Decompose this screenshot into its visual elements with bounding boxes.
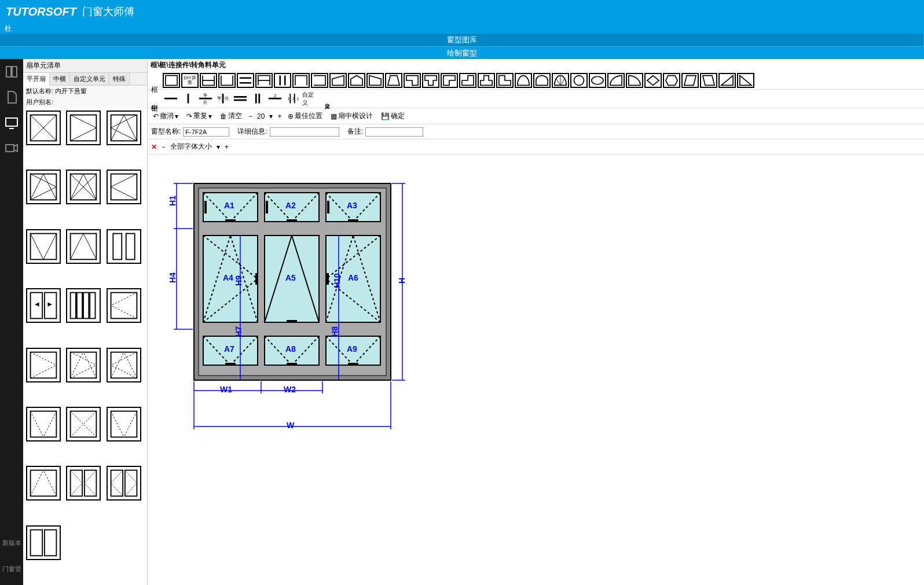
mullion-v-eq[interactable]: 等分 [215,93,231,105]
frame-tri-2[interactable] [737,73,754,88]
remark-input[interactable] [365,127,423,137]
layout-icon[interactable] [5,65,19,79]
mullion-custom-h[interactable]: 自定义 [302,93,318,105]
redo-button[interactable]: ↷ 重复 ▾ [185,111,214,122]
detail-input[interactable] [270,127,339,137]
svg-marker-101 [369,75,381,85]
mullion-v-121[interactable]: 121 [284,93,300,105]
name-input[interactable] [183,127,229,137]
zoom-minus[interactable]: − [248,112,252,120]
tab-library[interactable]: 窗型图库 [0,34,924,46]
shape-top-hung[interactable] [26,229,61,264]
frame-u-left[interactable] [218,73,236,88]
shape-top-dashed-2[interactable] [107,407,141,441]
frame-diamond[interactable] [644,73,662,88]
mullion-h-single[interactable] [163,93,179,105]
video-icon[interactable] [5,141,19,155]
frame-h-lines[interactable] [237,73,254,88]
frame-corner-4[interactable] [496,73,514,88]
frame-tri-1[interactable] [718,73,736,88]
frame-t-shape[interactable] [422,73,439,88]
sidebar-tab-special[interactable]: 特殊 [109,73,130,85]
shape-top-dashed[interactable] [26,407,61,441]
font-minus[interactable]: − [162,143,166,151]
fan-design-button[interactable]: ▦ 扇中横设计 [329,111,375,122]
frame-para-1[interactable] [681,73,699,88]
svg-rect-27 [111,174,137,200]
frame-half-arch-r[interactable] [626,73,643,88]
shape-right-tilt-dashed[interactable] [107,348,141,382]
frame-corner-1[interactable] [404,73,421,88]
frame-corner-3[interactable] [459,73,476,88]
mullion-v-double[interactable] [250,93,266,105]
best-pos-button[interactable]: ⊕ 最佳位置 [286,111,324,122]
svg-marker-115 [666,75,677,85]
svg-marker-99 [332,75,344,85]
mullion-custom-v[interactable]: 自定义 [319,93,335,105]
frame-arch[interactable] [515,73,532,88]
frame-diy[interactable]: DIY异形 [181,73,199,88]
shape-multi-slat[interactable] [66,288,101,323]
frame-circle[interactable] [570,73,588,88]
frame-eye[interactable] [589,73,606,88]
sidebar-tab-mid[interactable]: 中横 [50,73,70,85]
undo-button[interactable]: ↶ 撤消 ▾ [151,111,180,122]
font-dropdown[interactable]: ▾ [217,143,220,151]
shape-right-tilt[interactable] [107,111,141,145]
shape-narrow-pair[interactable] [107,229,141,264]
shape-envelope[interactable] [26,111,61,145]
shape-pair-blank[interactable] [26,525,61,560]
shape-left-open[interactable] [66,111,101,145]
frame-para-2[interactable] [700,73,717,88]
frame-half-top[interactable] [255,73,273,88]
close-icon[interactable]: ✕ [151,143,157,151]
frame-trap-left[interactable] [329,73,347,88]
zoom-dropdown[interactable]: ▾ [269,112,273,120]
shape-pair-tilt-2[interactable] [107,466,141,501]
frame-corner-2[interactable] [441,73,458,88]
sidebar-tab-casement[interactable]: 平开扇 [23,73,50,86]
mullion-h-eq[interactable]: 等分 [197,93,214,105]
shape-slider[interactable] [26,288,61,323]
menu-item-left[interactable]: 杜 [0,24,16,34]
zoom-plus[interactable]: + [277,112,281,120]
frame-trap-right[interactable] [366,73,384,88]
shape-left-tilt-dashed[interactable] [66,348,101,382]
frame-hex[interactable] [663,73,680,88]
frame-half-arch-l[interactable] [607,73,625,88]
main-area: 新版本 门窗管 扇单元清单 平开扇 中横 自定义单元 特殊 默认名称: 内开下悬… [0,59,924,585]
frame-arch-rect[interactable] [533,73,551,88]
frame-u-right[interactable] [311,73,328,88]
mullion-v-single[interactable] [180,93,196,105]
frame-half-bottom[interactable] [200,73,217,88]
shape-bottom-dashed[interactable] [26,466,61,501]
shape-cross-dashed[interactable] [66,407,101,441]
manage-label[interactable]: 门窗管 [0,565,23,573]
shape-left-tilt[interactable] [26,170,61,204]
mullion-h-half[interactable]: 2 [267,93,283,105]
shape-right-dashed[interactable] [107,288,141,323]
svg-line-55 [71,352,83,378]
drawing-canvas[interactable]: H1 H4 H H9 H10 H7 H8 W1 W2 W A1 A2 A3 A4… [148,154,924,585]
confirm-button[interactable]: 💾 确定 [379,111,406,122]
frame-trap-top[interactable] [385,73,402,88]
clear-button[interactable]: 🗑 清空 [218,111,244,122]
document-icon[interactable] [5,90,19,104]
frame-fan[interactable] [552,73,569,88]
shape-left-dashed[interactable] [26,348,61,382]
frame-u-up[interactable] [292,73,310,88]
shape-cross[interactable] [66,170,101,204]
shape-bottom-hung[interactable] [66,229,101,264]
mullion-h-double[interactable] [232,93,248,105]
frame-v-lines[interactable] [274,73,291,88]
frame-t-down[interactable] [478,73,495,88]
monitor-icon[interactable] [5,116,19,130]
tab-draw[interactable]: 绘制窗型 [0,47,924,59]
shape-right-open[interactable] [107,170,141,204]
shape-pair-tilt[interactable] [66,466,101,501]
new-version-label[interactable]: 新版本 [0,539,23,547]
font-plus[interactable]: + [225,143,229,151]
frame-pentagon[interactable] [348,73,365,88]
sidebar-tab-custom[interactable]: 自定义单元 [70,73,109,85]
frame-plain[interactable] [163,73,180,88]
